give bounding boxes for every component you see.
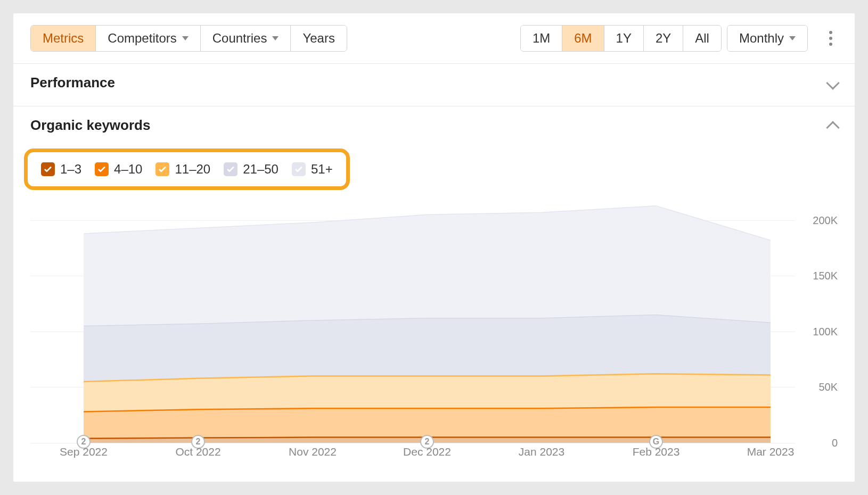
- chevron-down-icon[interactable]: [826, 76, 839, 89]
- more-menu-icon[interactable]: [824, 26, 838, 51]
- performance-title: Performance: [30, 75, 115, 91]
- legend-label: 51+: [311, 162, 333, 177]
- tab-competitors[interactable]: Competitors: [96, 26, 200, 51]
- chevron-up-icon[interactable]: [826, 121, 839, 134]
- x-tick-label: Mar 2023: [747, 446, 795, 458]
- range-1y[interactable]: 1Y: [604, 26, 644, 51]
- checkbox-icon: [95, 162, 109, 176]
- chart-container: 050K100K150K200K222G Sep 2022Oct 2022Nov…: [13, 190, 855, 467]
- legend-item-4[interactable]: 51+: [292, 162, 333, 177]
- chevron-down-icon: [272, 36, 279, 40]
- tab-metrics[interactable]: Metrics: [31, 26, 96, 51]
- performance-section-header[interactable]: Performance: [13, 64, 855, 106]
- tab-countries[interactable]: Countries: [201, 26, 291, 51]
- range-6m[interactable]: 6M: [562, 26, 604, 51]
- toolbar: Metrics Competitors Countries Years 1M 6…: [13, 13, 855, 64]
- legend-item-1[interactable]: 4–10: [95, 162, 142, 177]
- y-tick-label: 150K: [813, 270, 838, 282]
- organic-keywords-section-header[interactable]: Organic keywords: [13, 106, 855, 148]
- checkbox-icon: [41, 162, 55, 176]
- checkbox-icon: [155, 162, 169, 176]
- range-1m[interactable]: 1M: [521, 26, 562, 51]
- x-tick-label: Jan 2023: [519, 446, 564, 458]
- legend-highlight-box: 1–3 4–10 11–20 21–50 51+: [24, 148, 350, 190]
- x-tick-label: Feb 2023: [633, 446, 680, 458]
- view-button-group: Metrics Competitors Countries Years: [30, 25, 347, 52]
- legend-item-0[interactable]: 1–3: [41, 162, 81, 177]
- x-tick-label: Dec 2022: [403, 446, 451, 458]
- range-2y[interactable]: 2Y: [644, 26, 683, 51]
- y-tick-label: 100K: [813, 325, 838, 337]
- right-controls: 1M 6M 1Y 2Y All Monthly: [520, 25, 838, 52]
- chevron-down-icon: [182, 36, 189, 40]
- organic-keywords-title: Organic keywords: [30, 117, 150, 134]
- legend-label: 11–20: [175, 162, 210, 177]
- chevron-down-icon: [789, 36, 796, 40]
- range-all[interactable]: All: [683, 26, 721, 51]
- checkbox-icon: [224, 162, 238, 176]
- legend-label: 1–3: [60, 162, 81, 177]
- legend-label: 4–10: [114, 162, 142, 177]
- y-tick-label: 200K: [813, 214, 838, 226]
- granularity-dropdown[interactable]: Monthly: [727, 25, 808, 52]
- x-tick-label: Sep 2022: [60, 446, 108, 458]
- x-tick-label: Nov 2022: [289, 446, 337, 458]
- legend-label: 21–50: [243, 162, 279, 177]
- analytics-card: Metrics Competitors Countries Years 1M 6…: [13, 13, 855, 482]
- organic-keywords-chart: 050K100K150K200K222G: [30, 198, 838, 443]
- legend-item-2[interactable]: 11–20: [155, 162, 210, 177]
- x-axis: Sep 2022Oct 2022Nov 2022Dec 2022Jan 2023…: [30, 446, 838, 461]
- left-controls: Metrics Competitors Countries Years: [30, 25, 347, 52]
- range-button-group: 1M 6M 1Y 2Y All: [520, 25, 722, 52]
- tab-years[interactable]: Years: [291, 26, 347, 51]
- y-tick-label: 50K: [818, 381, 838, 393]
- legend-item-3[interactable]: 21–50: [224, 162, 279, 177]
- x-tick-label: Oct 2022: [175, 446, 220, 458]
- checkbox-icon: [292, 162, 306, 176]
